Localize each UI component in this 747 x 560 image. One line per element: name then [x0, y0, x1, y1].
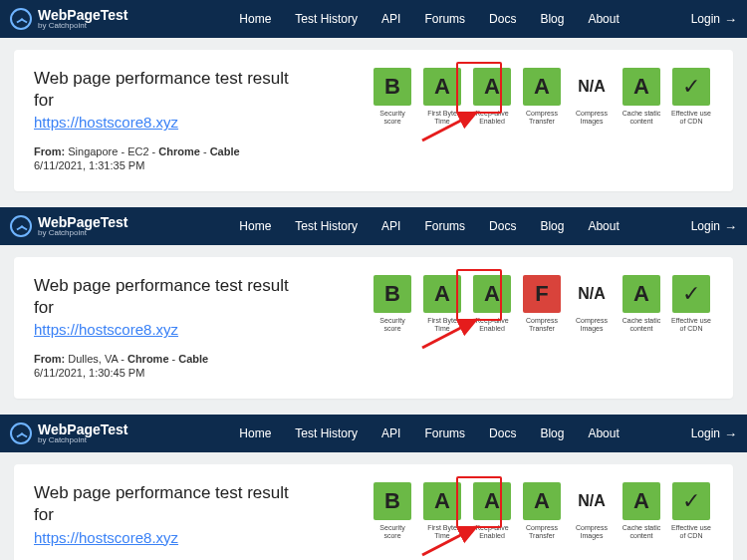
grade-box: A — [423, 68, 461, 106]
grade-box: A — [473, 482, 511, 520]
nav-link[interactable]: Forums — [424, 219, 465, 233]
grade-label: Compress Images — [570, 317, 614, 333]
nav-link[interactable]: About — [588, 219, 619, 233]
tested-url-link[interactable]: https://hostscore8.xyz — [34, 529, 178, 546]
brand: WebPageTest by Catchpoint — [10, 215, 128, 237]
grade-label: Compress Transfer — [520, 317, 564, 333]
grade-label: First Byte Time — [420, 110, 464, 126]
timestamp: 6/11/2021, 1:30:45 PM — [34, 367, 313, 379]
grade-label: Security score — [371, 524, 414, 540]
grade-column: A Cache static content — [620, 482, 663, 540]
grade-label: Cache static content — [620, 524, 663, 540]
grades-row: B Security score A First Byte Time A Kee… — [371, 68, 713, 126]
arrow-right-icon: → — [724, 426, 737, 441]
login-link[interactable]: Login → — [691, 12, 737, 27]
grade-box: F — [523, 275, 561, 313]
nav-link[interactable]: Docs — [489, 426, 516, 440]
grade-box: N/A — [573, 68, 611, 106]
grade-column: A Keep-alive Enabled — [470, 275, 514, 333]
timestamp: 6/11/2021, 1:31:35 PM — [34, 159, 313, 171]
tested-url-link[interactable]: https://hostscore8.xyz — [34, 114, 178, 131]
nav-link[interactable]: Forums — [424, 426, 465, 440]
grade-column: A Keep-alive Enabled — [470, 482, 514, 540]
navbar: WebPageTest by Catchpoint HomeTest Histo… — [0, 207, 747, 245]
grade-box: A — [622, 275, 660, 313]
grade-column: B Security score — [371, 68, 414, 126]
nav-link[interactable]: Home — [239, 219, 271, 233]
nav-link[interactable]: Forums — [424, 12, 465, 26]
grade-column: A Keep-alive Enabled — [470, 68, 514, 126]
grade-box: A — [473, 275, 511, 313]
gauge-icon — [10, 8, 32, 30]
grade-column: N/A Compress Images — [570, 275, 614, 333]
grade-label: Compress Images — [570, 110, 614, 126]
grade-box: A — [622, 68, 660, 106]
grade-column: Effective use of CDN — [669, 275, 713, 333]
result-heading: Web page performance test result for — [34, 275, 313, 319]
nav-link[interactable]: Docs — [489, 219, 516, 233]
nav-link[interactable]: About — [588, 12, 619, 26]
grades-row: B Security score A First Byte Time A Kee… — [371, 275, 713, 333]
brand-subtitle: by Catchpoint — [38, 22, 128, 30]
grade-box: N/A — [573, 482, 611, 520]
grade-label: Cache static content — [620, 110, 663, 126]
grade-label: Compress Images — [570, 524, 614, 540]
nav-link[interactable]: API — [381, 426, 400, 440]
tested-url-link[interactable]: https://hostscore8.xyz — [34, 321, 178, 338]
grade-label: Effective use of CDN — [669, 317, 713, 333]
grade-column: A Cache static content — [620, 68, 663, 126]
brand: WebPageTest by Catchpoint — [10, 422, 128, 444]
nav-link[interactable]: About — [588, 426, 619, 440]
grades-row: B Security score A First Byte Time A Kee… — [371, 482, 713, 540]
grade-column: F Compress Transfer — [520, 275, 564, 333]
nav-link[interactable]: API — [381, 12, 400, 26]
login-link[interactable]: Login → — [691, 426, 737, 441]
grade-box: A — [473, 68, 511, 106]
grade-label: Keep-alive Enabled — [470, 524, 514, 540]
nav-link[interactable]: Blog — [540, 219, 564, 233]
grade-label: Cache static content — [620, 317, 663, 333]
grade-box: B — [374, 275, 411, 313]
grade-box: B — [374, 68, 411, 106]
result-card: Web page performance test result for htt… — [14, 257, 733, 399]
grade-label: Compress Transfer — [520, 524, 564, 540]
grade-label: First Byte Time — [420, 317, 464, 333]
grade-label: Effective use of CDN — [669, 524, 713, 540]
nav-link[interactable]: Test History — [295, 219, 358, 233]
nav-link[interactable]: Test History — [295, 12, 358, 26]
grade-box: B — [374, 482, 411, 520]
brand-subtitle: by Catchpoint — [38, 229, 128, 237]
brand-title: WebPageTest — [38, 8, 128, 22]
grade-column: B Security score — [371, 275, 414, 333]
grade-label: Effective use of CDN — [669, 110, 713, 126]
grade-label: Compress Transfer — [520, 110, 564, 126]
grade-box: N/A — [573, 275, 611, 313]
navbar: WebPageTest by Catchpoint HomeTest Histo… — [0, 0, 747, 38]
grade-column: B Security score — [371, 482, 414, 540]
gauge-icon — [10, 422, 32, 444]
navbar: WebPageTest by Catchpoint HomeTest Histo… — [0, 415, 747, 452]
grade-column: A First Byte Time — [420, 68, 464, 126]
nav-link[interactable]: Home — [239, 12, 271, 26]
gauge-icon — [10, 215, 32, 237]
from-line: From: Dulles, VA - Chrome - Cable — [34, 353, 313, 365]
nav-link[interactable]: Docs — [489, 12, 516, 26]
login-link[interactable]: Login → — [691, 219, 737, 234]
nav-link[interactable]: Blog — [540, 12, 564, 26]
result-card: Web page performance test result for htt… — [14, 464, 733, 560]
grade-column: A Cache static content — [620, 275, 663, 333]
grade-label: Security score — [371, 317, 414, 333]
grade-column: A First Byte Time — [420, 275, 464, 333]
nav-link[interactable]: API — [381, 219, 400, 233]
nav-link[interactable]: Home — [239, 426, 271, 440]
result-card: Web page performance test result for htt… — [14, 50, 733, 191]
nav-links: HomeTest HistoryAPIForumsDocsBlogAbout — [168, 219, 691, 233]
grade-column: Effective use of CDN — [669, 482, 713, 540]
grade-box: A — [423, 275, 461, 313]
grade-box: A — [523, 482, 561, 520]
brand-title: WebPageTest — [38, 215, 128, 229]
nav-link[interactable]: Blog — [540, 426, 564, 440]
nav-link[interactable]: Test History — [295, 426, 358, 440]
result-heading: Web page performance test result for — [34, 482, 313, 526]
grade-label: Keep-alive Enabled — [470, 317, 514, 333]
